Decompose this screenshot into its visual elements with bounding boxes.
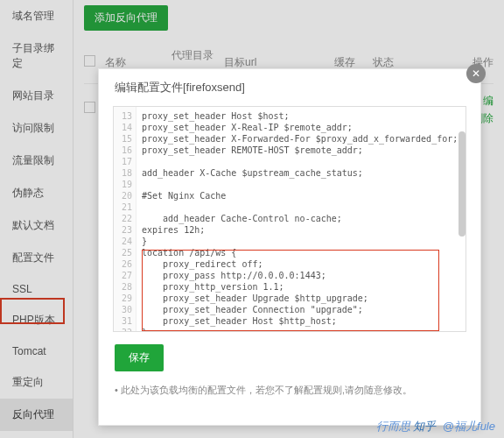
modal-footer: 保存 [99,332,480,384]
line-gutter: 13 14 15 16 17 18 19 20 21 22 23 24 25 2… [114,107,136,332]
watermark-author: @福儿fule [443,420,495,433]
watermark: 行而思 知乎 @福儿fule [376,419,495,434]
modal-note: 此处为该负载均衡的配置文件，若您不了解配置规则,请勿随意修改。 [99,384,480,406]
code-content[interactable]: proxy_set_header Host $host; proxy_set_h… [136,107,466,332]
watermark-motto: 行而思 [376,420,410,433]
zhihu-logo: 知乎 [413,420,436,433]
modal-title: 编辑配置文件[firefoxsend] [99,69,480,106]
scrollbar[interactable] [458,131,466,237]
save-button[interactable]: 保存 [115,344,164,371]
close-icon[interactable]: ✕ [466,64,486,83]
code-editor[interactable]: 13 14 15 16 17 18 19 20 21 22 23 24 25 2… [113,106,466,332]
config-modal: ✕ 编辑配置文件[firefoxsend] 13 14 15 16 17 18 … [98,68,481,426]
